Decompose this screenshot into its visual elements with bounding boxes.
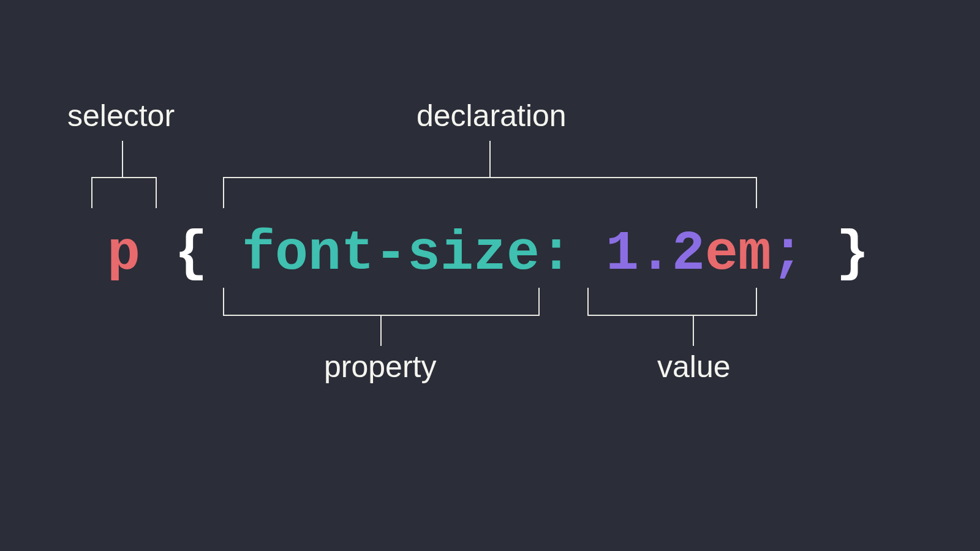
code-semicolon: ; bbox=[771, 227, 804, 282]
css-rule-anatomy-diagram: selector declaration p { font-size : 1.2… bbox=[0, 0, 980, 551]
label-property: property bbox=[324, 349, 436, 384]
code-close-brace: } bbox=[836, 227, 869, 282]
code-selector: p bbox=[107, 227, 140, 282]
code-colon: : bbox=[540, 227, 573, 282]
label-value: value bbox=[657, 349, 731, 384]
label-declaration: declaration bbox=[417, 98, 567, 133]
code-property: font-size bbox=[242, 227, 540, 282]
label-selector: selector bbox=[67, 98, 175, 133]
code-open-brace: { bbox=[175, 227, 208, 282]
code-value-unit: em bbox=[705, 227, 771, 282]
code-value-number: 1.2 bbox=[606, 227, 705, 282]
